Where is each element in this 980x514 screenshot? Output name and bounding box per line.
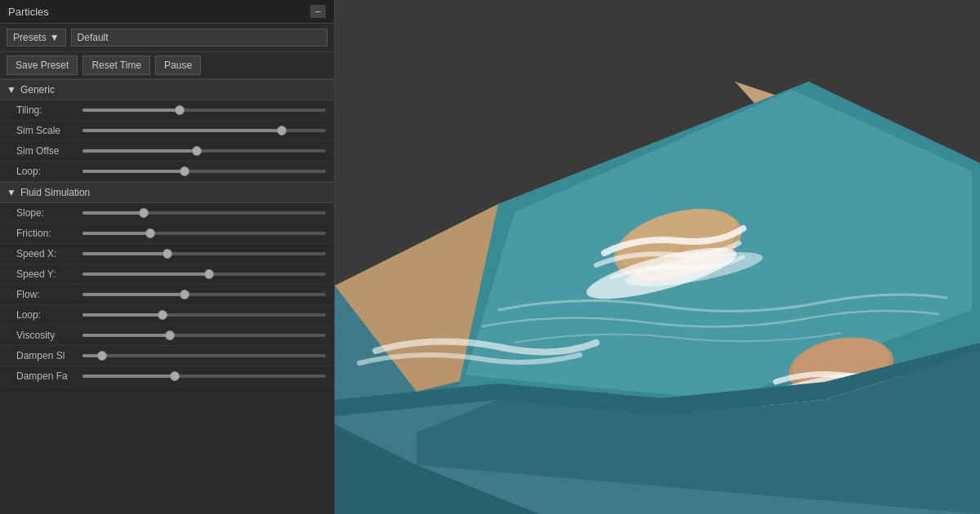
slider-fill xyxy=(82,313,163,317)
viewport xyxy=(335,0,980,514)
presets-row: Presets ▼ xyxy=(0,24,334,52)
panel-title-bar: Particles – xyxy=(0,0,334,24)
param-row: Tiling: xyxy=(0,100,334,121)
slider-track[interactable] xyxy=(82,374,326,378)
panel-title: Particles xyxy=(8,6,49,18)
slider-track[interactable] xyxy=(82,313,326,317)
slider-fill xyxy=(82,252,167,255)
slider-thumb xyxy=(180,166,189,176)
slider-fill xyxy=(82,334,170,337)
param-row: Friction: xyxy=(0,224,334,244)
slider-track[interactable] xyxy=(82,109,326,112)
slider-track[interactable] xyxy=(82,334,326,337)
slider-fill xyxy=(82,109,180,112)
param-label: Sim Scale xyxy=(16,125,78,136)
slider-track[interactable] xyxy=(82,129,326,132)
param-row: Slope: xyxy=(0,203,334,224)
slider-fill xyxy=(82,170,185,173)
param-row: Dampen Sl xyxy=(0,346,334,366)
slider-track[interactable] xyxy=(82,232,326,235)
param-row: Speed Y: xyxy=(0,264,334,285)
param-label: Speed X: xyxy=(16,248,78,259)
param-label: Speed Y: xyxy=(16,268,78,280)
section-label: Generic xyxy=(20,84,55,95)
pause-button[interactable]: Pause xyxy=(155,55,201,75)
slider-thumb xyxy=(163,249,172,259)
param-label: Tiling: xyxy=(16,104,78,116)
slider-track[interactable] xyxy=(82,293,326,296)
slider-fill xyxy=(82,129,282,132)
slider-thumb xyxy=(204,269,214,279)
param-row: Flow: xyxy=(0,285,334,305)
slider-fill xyxy=(82,273,209,276)
slider-thumb xyxy=(97,351,107,361)
param-label: Viscosity xyxy=(16,330,78,341)
presets-label: Presets xyxy=(13,32,47,43)
presets-dropdown[interactable]: Presets ▼ xyxy=(7,29,66,47)
slider-thumb xyxy=(145,228,155,238)
particles-panel: Particles – Presets ▼ Save Preset Reset … xyxy=(0,0,335,514)
param-row: Loop: xyxy=(0,305,334,326)
slider-fill xyxy=(82,211,144,215)
section-arrow-icon: ▼ xyxy=(7,187,16,198)
actions-row: Save Preset Reset Time Pause xyxy=(0,52,334,79)
ocean-scene xyxy=(335,0,980,514)
section-arrow-icon: ▼ xyxy=(7,84,16,95)
param-row: Sim Offse xyxy=(0,141,334,162)
minimize-button[interactable]: – xyxy=(310,5,326,18)
param-label: Loop: xyxy=(16,166,78,177)
slider-thumb xyxy=(180,290,189,299)
param-row: Speed X: xyxy=(0,244,334,264)
slider-thumb xyxy=(192,146,202,156)
param-label: Dampen Fa xyxy=(16,370,78,382)
param-label: Friction: xyxy=(16,228,78,239)
param-label: Flow: xyxy=(16,289,78,300)
section-header-generic[interactable]: ▼ Generic xyxy=(0,79,334,100)
slider-thumb xyxy=(165,330,175,340)
slider-thumb xyxy=(139,208,149,218)
slider-thumb xyxy=(175,105,185,115)
preset-value-input[interactable] xyxy=(71,29,327,47)
param-label: Sim Offse xyxy=(16,145,78,157)
slider-track[interactable] xyxy=(82,354,326,357)
reset-time-button[interactable]: Reset Time xyxy=(82,55,150,75)
slider-track[interactable] xyxy=(82,170,326,173)
param-row: Dampen Fa xyxy=(0,366,334,387)
slider-fill xyxy=(82,374,175,378)
slider-fill xyxy=(82,293,185,296)
slider-track[interactable] xyxy=(82,211,326,215)
section-label: Fluid Simulation xyxy=(20,187,90,198)
slider-track[interactable] xyxy=(82,252,326,255)
slider-fill xyxy=(82,149,197,153)
param-row: Loop: xyxy=(0,162,334,182)
save-preset-button[interactable]: Save Preset xyxy=(7,55,78,75)
param-row: Sim Scale xyxy=(0,121,334,141)
param-label: Loop: xyxy=(16,309,78,321)
slider-track[interactable] xyxy=(82,273,326,276)
scroll-area[interactable]: ▼ Generic Tiling: Sim Scale Sim Offse xyxy=(0,79,334,514)
param-row: Viscosity xyxy=(0,326,334,346)
slider-fill xyxy=(82,232,150,235)
param-label: Slope: xyxy=(16,207,78,219)
param-label: Dampen Sl xyxy=(16,350,78,361)
slider-thumb xyxy=(158,310,167,320)
slider-track[interactable] xyxy=(82,149,326,153)
slider-thumb xyxy=(170,371,180,381)
slider-thumb xyxy=(277,126,287,135)
section-header-fluid[interactable]: ▼ Fluid Simulation xyxy=(0,182,334,203)
dropdown-arrow-icon: ▼ xyxy=(50,32,60,43)
